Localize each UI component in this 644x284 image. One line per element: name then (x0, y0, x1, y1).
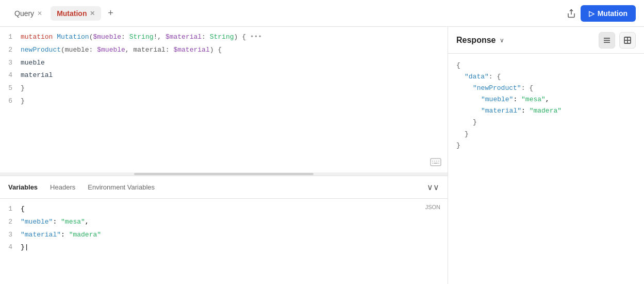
line-content: mutation Mutation($mueble: String!, $mat… (21, 32, 448, 43)
tab-environment-variables[interactable]: Environment Variables (88, 183, 161, 191)
line-content: } (21, 83, 448, 94)
response-header: Response ∨ (448, 27, 644, 54)
run-icon: ▷ (589, 9, 595, 18)
line-content: material (21, 70, 448, 81)
tab-query[interactable]: Query ✕ (8, 6, 48, 21)
code-editor[interactable]: 1mutation Mutation($mueble: String!, $ma… (0, 27, 448, 172)
response-line: "newProduct": { (456, 83, 636, 94)
editor-line: 2 newProduct(mueble: $mueble, material: … (0, 44, 448, 57)
variable-line: 4}| (0, 241, 448, 254)
tab-variables[interactable]: Variables (8, 183, 44, 191)
line-content: mueble (21, 58, 448, 69)
line-number: 5 (0, 83, 21, 94)
share-button[interactable] (562, 4, 581, 23)
close-icon[interactable]: ✕ (90, 10, 95, 17)
editor-line: 3 mueble (0, 57, 448, 70)
editor-line: 4 material (0, 69, 448, 82)
list-view-button[interactable] (599, 32, 615, 49)
line-number: 3 (0, 58, 21, 69)
bottom-panel: Variables Headers Environment Variables … (0, 176, 448, 284)
variable-line: 1{ (0, 203, 448, 216)
json-format-label: JSON (425, 204, 440, 210)
right-panel: Response ∨ {"data": {"newProduct": {"mue… (448, 27, 644, 284)
line-content: newProduct(mueble: $mueble, material: $m… (21, 45, 448, 56)
response-line: "mueble": "mesa", (456, 94, 636, 105)
response-line: } (456, 129, 636, 140)
variable-line: 2 "mueble": "mesa", (0, 216, 448, 229)
line-number: 6 (0, 96, 21, 107)
main-area: 1mutation Mutation($mueble: String!, $ma… (0, 27, 644, 284)
response-line: "data": { (456, 71, 636, 83)
tab-headers[interactable]: Headers (50, 183, 81, 191)
line-content: } (21, 96, 448, 107)
response-line: "material": "madera" (456, 105, 636, 117)
response-body: {"data": {"newProduct": {"mueble": "mesa… (448, 54, 644, 284)
chevron-down-icon[interactable]: ∨ (500, 37, 504, 44)
tab-mutation-label: Mutation (57, 9, 87, 18)
editor-line: 1mutation Mutation($mueble: String!, $ma… (0, 31, 448, 44)
variables-editor[interactable]: JSON 1{2 "mueble": "mesa",3 "material": … (0, 199, 448, 284)
response-title: Response (456, 36, 496, 45)
bottom-tab-bar: Variables Headers Environment Variables … (0, 176, 448, 199)
editor-line: 6} (0, 95, 448, 108)
tab-mutation[interactable]: Mutation ✕ (51, 6, 101, 21)
line-number: 2 (0, 45, 21, 56)
keyboard-icon (430, 158, 441, 168)
line-number: 1 (0, 32, 21, 43)
svg-rect-1 (431, 159, 441, 166)
close-icon[interactable]: ✕ (37, 10, 42, 17)
response-line: { (456, 60, 636, 71)
tab-bar: Query ✕ Mutation ✕ + ▷ Mutation (0, 0, 644, 27)
response-line: } (456, 140, 636, 151)
table-view-button[interactable] (619, 32, 636, 49)
response-line: } (456, 117, 636, 128)
run-mutation-button[interactable]: ▷ Mutation (581, 5, 636, 22)
line-number: 4 (0, 70, 21, 81)
collapse-icon[interactable]: ∨∨ (427, 182, 439, 192)
tab-query-label: Query (14, 9, 34, 18)
run-label: Mutation (598, 9, 628, 18)
variable-line: 3 "material": "madera" (0, 229, 448, 242)
add-tab-button[interactable]: + (103, 6, 118, 21)
left-panel: 1mutation Mutation($mueble: String!, $ma… (0, 27, 448, 284)
editor-line: 5 } (0, 82, 448, 95)
